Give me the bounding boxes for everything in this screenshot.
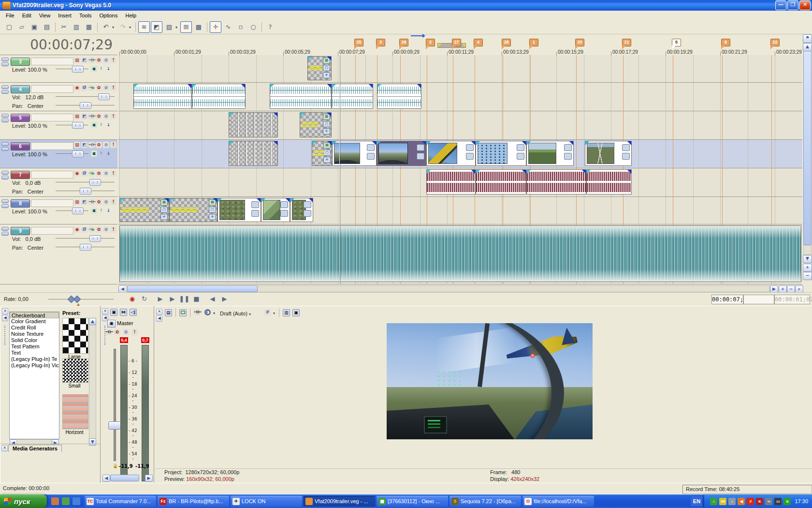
event-fx-icon[interactable] [367,153,375,160]
preview-properties-icon[interactable]: ▤ [165,309,172,316]
video-clip-formation[interactable] [476,141,526,166]
pan-crop-icon[interactable] [304,201,311,208]
event-fx-icon[interactable]: ✛ [160,214,168,220]
loop-playback-button[interactable]: ↻ [139,294,150,304]
mixer-hscroll-thumb[interactable] [110,475,139,481]
mute-icon[interactable]: ⊘ [103,113,109,120]
master-mute-icon[interactable]: ⊘ [123,329,129,335]
solo-icon[interactable]: ! [110,57,116,63]
alpha-composite-icon[interactable]: α [91,208,97,214]
vol-value[interactable]: 0,0 dB [26,236,41,242]
video-clip-plane[interactable] [426,141,476,166]
track-header-6[interactable]: 6▧◩⊣⊢✿⊘!Level: 100.0 %α↑↓ [0,140,117,168]
generator-item[interactable]: Text [10,350,59,356]
track-composite-icon[interactable]: ⊣⊢ [88,142,95,148]
track-motion-icon[interactable]: ◩ [81,113,87,120]
tray-agent-icon[interactable]: ⌂ [710,498,717,505]
pan-crop-icon[interactable]: ▢ [323,65,330,71]
split-screen-dropdown-icon[interactable]: ▾ [213,311,218,315]
zoom-out-vertical-button[interactable]: − [803,272,812,280]
pan-slider[interactable] [56,102,115,108]
audio-clip-maroon[interactable] [526,169,586,194]
timeline-row-track-3[interactable] [118,55,802,83]
audio-clip-master-waveform[interactable] [119,225,801,282]
preview-close-icon[interactable]: ✕ [156,309,162,315]
mixer-properties-icon[interactable]: ▣ [110,309,117,316]
audio-clip-teal[interactable] [133,84,192,109]
zoom-in-vertical-button[interactable]: + [803,264,812,272]
master-meter-right[interactable] [142,345,149,481]
level-slider[interactable] [56,66,88,72]
track-composite-icon[interactable]: ⊣⊢ [88,199,95,205]
track-number-chip[interactable]: 4 [11,85,30,93]
menu-file[interactable]: File [2,12,18,19]
track-number-chip[interactable]: 3 [11,58,30,66]
bypass-motion-blur-icon[interactable]: ▧ [74,57,80,63]
device-select-icon[interactable]: ⊣▸ [88,85,95,91]
generated-media-clip[interactable]: ▤▢✛ [312,141,332,166]
track-name-field[interactable] [31,171,73,179]
taskbar-task[interactable]: Vfat2009trailer.veg - ... [304,496,375,507]
pan-crop-icon[interactable] [367,144,375,151]
properties-icon[interactable]: ▤ [41,21,53,33]
compositing-mode-icon[interactable]: ↓ [105,208,112,214]
taskbar-task[interactable]: ✈LOCK ON [231,496,302,507]
generator-item[interactable]: Checkerboard [10,312,59,318]
track-header-4[interactable]: 4◉Ø⊣▸✿⊘!Vol: 12,0 dBPan: Center [0,83,117,111]
mute-icon[interactable]: ⊘ [103,226,109,233]
master-insert-fx-icon[interactable]: ⊣⊢ [105,329,112,335]
master-meter-left[interactable] [120,345,128,481]
record-arm-icon[interactable]: ◉ [74,170,80,177]
record-arm-icon[interactable]: ◉ [74,226,80,233]
start-button[interactable]: пуск [0,494,47,508]
timeline-marker-4[interactable]: 4 [474,39,483,46]
copy-frame-icon[interactable]: ▥ [283,309,290,316]
tray-volume-icon[interactable]: ♪ [728,498,736,505]
pan-crop-icon[interactable] [417,144,424,151]
peak-value-left[interactable]: 0,4 [120,337,128,343]
track-header-7[interactable]: 7◉Ø⊣▸✿⊘!Vol: 0,0 dBPan: Center [0,168,117,197]
track-number-chip[interactable]: 5 [11,114,30,122]
lock-envelopes-icon[interactable]: ⊞ [180,21,192,33]
generator-item[interactable]: Test Pattern [10,344,59,350]
master-fader-track[interactable] [114,349,116,461]
selection-edit-tool-icon[interactable]: ▫ [235,21,246,33]
timeline-marker-5[interactable]: 5 [672,39,681,46]
ripple-mode-icon[interactable]: ▧ [163,21,175,33]
solo-icon[interactable]: ! [110,226,116,233]
bypass-motion-blur-icon[interactable]: ▧ [74,199,80,205]
master-solo-icon[interactable]: ! [131,329,138,335]
make-compositing-parent-icon[interactable]: ↑ [98,122,104,128]
track-minimize-buttons[interactable] [1,85,9,95]
sliced-generated-clips[interactable] [229,141,278,166]
paste-icon[interactable]: ▦ [83,21,95,33]
generator-item[interactable]: Credit Roll [10,325,59,331]
track-motion-icon[interactable]: ◩ [81,199,87,205]
audio-clip-teal[interactable] [332,84,373,109]
preset-thumbnail-small[interactable] [62,359,88,383]
event-fx-icon[interactable] [304,210,311,217]
taskbar-task[interactable]: FzBR - BR-Pilots@ftp.b... [158,496,229,507]
menu-options[interactable]: Options [96,12,122,19]
track-name-field[interactable] [31,142,73,150]
quicklaunch-icon-2[interactable] [62,497,70,505]
event-fx-icon[interactable]: ✛ [323,72,330,78]
track-name-field[interactable] [31,199,73,207]
mediagen-collapse-icon[interactable]: ◀ [2,315,8,321]
mute-icon[interactable]: ⊘ [103,170,109,177]
pan-slider[interactable] [56,188,115,194]
pan-crop-icon[interactable] [622,144,630,151]
pan-value[interactable]: Center [28,189,44,194]
event-fx-icon[interactable] [466,153,474,160]
timecode-display[interactable]: 00:00:07;29 [0,34,117,55]
go-to-start-button[interactable]: ◀ [207,294,218,304]
horizontal-scrollbar-thumb[interactable] [127,285,258,292]
tray-printer-icon[interactable]: ▭ [774,498,782,505]
scroll-left-button[interactable]: ◀ [118,285,127,293]
zoom-edit-tool-icon[interactable]: ○ [247,21,259,33]
video-clip-cockpit-selected[interactable] [377,141,426,166]
split-screen-view-icon[interactable]: ◑ [204,309,211,315]
external-monitor-icon[interactable]: 🖵 [179,309,187,316]
device-select-icon[interactable]: ⊣▸ [88,226,95,233]
track-name-field[interactable] [31,85,73,93]
